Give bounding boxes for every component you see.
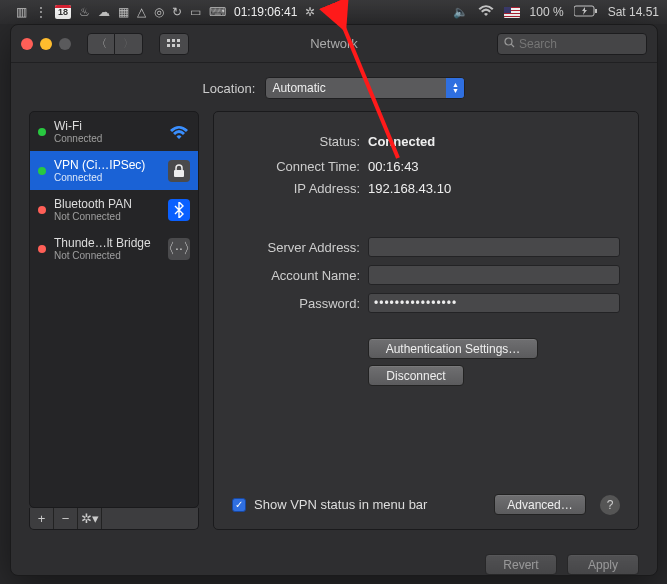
svg-rect-2 [167,39,170,42]
window-title: Network [310,36,358,51]
vpn-timer[interactable]: 01:19:06:41 [234,5,297,19]
authentication-settings-button[interactable]: Authentication Settings… [368,338,538,359]
service-actions-button[interactable]: ✲▾ [78,508,102,529]
help-button[interactable]: ? [600,495,620,515]
battery-icon[interactable] [574,5,598,20]
server-address-input[interactable] [368,237,620,257]
connect-time-value: 00:16:43 [368,159,620,174]
forward-button[interactable]: 〉 [115,33,143,55]
minimize-button[interactable] [40,38,52,50]
service-name: VPN (Ci…IPSec) [54,158,160,172]
connect-time-label: Connect Time: [232,159,360,174]
service-detail-panel: Status:Connected Connect Time:00:16:43 I… [213,111,639,530]
lock-icon [168,160,190,182]
service-status: Not Connected [54,211,160,222]
triangle-icon[interactable]: △ [137,5,146,19]
location-select[interactable]: Automatic ▲▼ [265,77,465,99]
traffic-lights [21,38,71,50]
password-label: Password: [232,296,360,311]
window-action-row: Revert Apply [11,544,657,575]
svg-line-9 [511,44,514,47]
window-titlebar: 〈 〉 Network [11,25,657,63]
volume-icon[interactable]: 🔈 [453,5,468,19]
status-dot [38,128,46,136]
grid-icon[interactable]: ▦ [118,5,129,19]
service-name: Bluetooth PAN [54,197,160,211]
status-dot [38,245,46,253]
macos-menubar: ▥ ⋮ 18 ♨ ☁ ▦ △ ◎ ↻ ▭ ⌨ 01:19:06:41 ✲ 🔈 1… [0,0,667,24]
clock-icon[interactable]: ↻ [172,5,182,19]
cloud-icon[interactable]: ☁ [98,5,110,19]
sidebar-controls: + − ✲▾ [29,508,199,530]
disconnect-button[interactable]: Disconnect [368,365,464,386]
service-row-wifi[interactable]: Wi-FiConnected [30,112,198,151]
search-input[interactable] [519,37,640,51]
svg-rect-5 [167,44,170,47]
password-input[interactable] [368,293,620,313]
show-vpn-status-checkbox[interactable]: ✓ [232,498,246,512]
account-name-input[interactable] [368,265,620,285]
search-icon [504,37,515,51]
services-list: Wi-FiConnected VPN (Ci…IPSec)Connected B… [29,111,199,508]
ip-value: 192.168.43.10 [368,181,620,196]
bluetooth-icon [168,199,190,221]
close-button[interactable] [21,38,33,50]
svg-rect-4 [177,39,180,42]
svg-rect-6 [172,44,175,47]
show-vpn-status-label: Show VPN status in menu bar [254,497,427,512]
keyboard-icon[interactable]: ⌨ [209,5,226,19]
service-status: Not Connected [54,250,160,261]
wifi-icon [168,121,190,143]
thunderbolt-icon: 〈··〉 [168,238,190,260]
battery-left-icon[interactable]: ▥ [16,5,27,19]
svg-rect-7 [177,44,180,47]
ip-label: IP Address: [232,181,360,196]
server-address-label: Server Address: [232,240,360,255]
nav-buttons: 〈 〉 [87,33,143,55]
search-field[interactable] [497,33,647,55]
status-dot [38,206,46,214]
zoom-button[interactable] [59,38,71,50]
back-button[interactable]: 〈 [87,33,115,55]
fan-icon[interactable]: ✲ [305,5,315,19]
revert-button[interactable]: Revert [485,554,557,575]
service-name: Wi-Fi [54,119,160,133]
status-value: Connected [368,134,620,149]
advanced-button[interactable]: Advanced… [494,494,586,515]
battery-percentage: 100 % [530,5,564,19]
network-icon[interactable]: ◎ [154,5,164,19]
chevron-updown-icon: ▲▼ [446,78,464,98]
status-dot [38,167,46,175]
location-value: Automatic [272,81,325,95]
service-row-vpn[interactable]: VPN (Ci…IPSec)Connected [30,151,198,190]
display-icon[interactable]: ▭ [190,5,201,19]
service-status: Connected [54,172,160,183]
svg-rect-1 [595,9,597,13]
remove-service-button[interactable]: − [54,508,78,529]
account-name-label: Account Name: [232,268,360,283]
service-name: Thunde…lt Bridge [54,236,160,250]
calendar-icon[interactable]: 18 [55,5,71,19]
calendar-day: 18 [58,7,68,17]
wifi-icon[interactable] [478,5,494,20]
svg-rect-10 [174,170,184,177]
apply-button[interactable]: Apply [567,554,639,575]
svg-point-8 [505,38,512,45]
menubar-clock[interactable]: Sat 14.51 [608,5,659,19]
location-label: Location: [203,81,256,96]
svg-rect-3 [172,39,175,42]
service-row-thunderbolt[interactable]: Thunde…lt BridgeNot Connected 〈··〉 [30,229,198,268]
service-status: Connected [54,133,160,144]
show-all-button[interactable] [159,33,189,55]
add-service-button[interactable]: + [30,508,54,529]
status-label: Status: [232,134,360,149]
menubar-icon[interactable]: ⋮ [35,5,47,19]
flame-icon[interactable]: ♨ [79,5,90,19]
services-sidebar: Wi-FiConnected VPN (Ci…IPSec)Connected B… [29,111,199,530]
location-row: Location: Automatic ▲▼ [11,63,657,111]
network-preferences-window: 〈 〉 Network Location: Automatic ▲▼ Wi-Fi… [10,24,658,576]
input-flag-icon[interactable] [504,7,520,18]
service-row-bluetooth[interactable]: Bluetooth PANNot Connected [30,190,198,229]
